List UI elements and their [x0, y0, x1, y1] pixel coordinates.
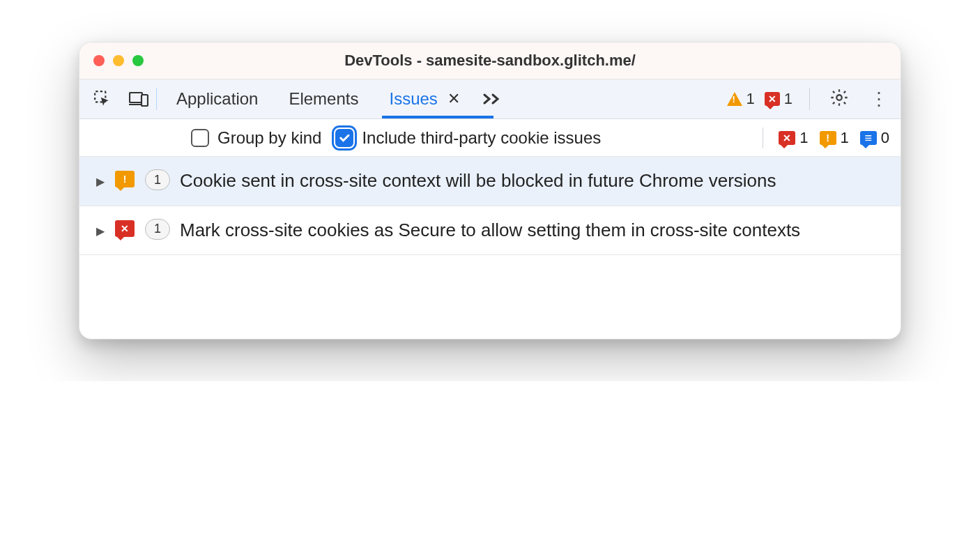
warning-speech-icon: !	[820, 131, 836, 145]
device-toolbar-icon[interactable]	[128, 89, 149, 109]
svg-rect-1	[130, 93, 142, 102]
issue-severity-icon: ✕	[114, 220, 135, 237]
error-speech-icon: ✕	[779, 131, 795, 145]
issue-title: Mark cross-site cookies as Secure to all…	[180, 217, 884, 244]
tab-issues[interactable]: Issues ✕	[374, 79, 475, 118]
expand-arrow-icon[interactable]: ▶	[96, 175, 105, 188]
expand-arrow-icon[interactable]: ▶	[96, 224, 105, 238]
minimize-window-button[interactable]	[113, 55, 124, 66]
checkbox-icon	[191, 129, 209, 147]
window-controls	[93, 55, 144, 66]
issue-row[interactable]: ▶ ! 1 Cookie sent in cross-site context …	[79, 157, 901, 206]
window-title: DevTools - samesite-sandbox.glitch.me/	[79, 52, 901, 70]
svg-point-4	[836, 95, 841, 100]
titlebar: DevTools - samesite-sandbox.glitch.me/	[79, 43, 901, 79]
empty-space	[79, 255, 901, 339]
header-warning-badge[interactable]: 1	[727, 90, 755, 108]
filter-warning-badge[interactable]: ! 1	[820, 129, 849, 147]
inspect-element-icon[interactable]	[92, 89, 113, 109]
issue-title: Cookie sent in cross-site context will b…	[180, 168, 884, 194]
checkbox-checked-icon	[335, 129, 353, 147]
issue-severity-icon: !	[114, 171, 135, 187]
issues-toolbar: Group by kind Include third-party cookie…	[79, 119, 901, 157]
include-third-party-label: Include third-party cookie issues	[362, 128, 601, 148]
close-tab-icon[interactable]: ✕	[447, 90, 460, 108]
issue-row[interactable]: ▶ ✕ 1 Mark cross-site cookies as Secure …	[79, 206, 901, 256]
tab-elements[interactable]: Elements	[273, 79, 374, 118]
issue-count-badge: 1	[145, 169, 170, 190]
info-speech-icon: ≡	[860, 131, 877, 145]
settings-button[interactable]	[824, 88, 855, 110]
issues-list: ▶ ! 1 Cookie sent in cross-site context …	[79, 157, 901, 255]
group-by-kind-label: Group by kind	[217, 128, 321, 148]
filter-info-badge[interactable]: ≡ 0	[860, 129, 889, 147]
more-tabs-button[interactable]	[475, 79, 509, 118]
group-by-kind-checkbox[interactable]: Group by kind	[191, 128, 321, 148]
issue-count-badge: 1	[145, 219, 170, 240]
main-toolbar: Application Elements Issues ✕ 1 ✕ 1	[79, 79, 901, 119]
maximize-window-button[interactable]	[132, 55, 144, 66]
toolbar-divider	[809, 88, 810, 110]
panel-tabs: Application Elements Issues ✕	[161, 79, 727, 118]
warning-triangle-icon	[727, 92, 742, 106]
include-third-party-checkbox[interactable]: Include third-party cookie issues	[335, 128, 601, 148]
close-window-button[interactable]	[93, 55, 105, 66]
tab-application[interactable]: Application	[161, 79, 273, 118]
devtools-window: DevTools - samesite-sandbox.glitch.me/ A…	[79, 42, 901, 339]
filter-error-badge[interactable]: ✕ 1	[779, 129, 808, 147]
error-square-icon: ✕	[765, 92, 780, 106]
more-options-button[interactable]: ⋮	[864, 89, 894, 110]
header-error-badge[interactable]: ✕ 1	[765, 90, 793, 108]
svg-rect-3	[141, 95, 148, 106]
toolbar-divider	[156, 88, 157, 110]
subbar-divider	[763, 128, 763, 148]
